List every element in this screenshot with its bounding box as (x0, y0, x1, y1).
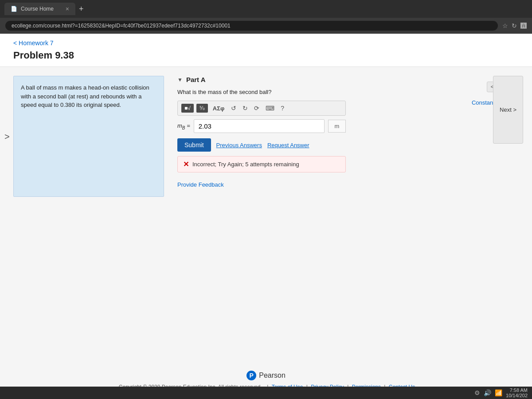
back-link[interactable]: Homework 7 (13, 39, 54, 47)
submit-row: Submit Previous Answers Request Answer (177, 138, 519, 152)
taskbar-network-icon[interactable]: 📶 (495, 389, 502, 396)
unit-label: m (328, 120, 346, 133)
reload-icon: ⟳ (254, 105, 259, 112)
error-icon: ✕ (183, 160, 189, 168)
pearson-p-icon: P (246, 371, 256, 380)
square-root-btn[interactable]: ■√ (181, 104, 194, 113)
taskbar-date-text: 10/14/202 (506, 393, 528, 398)
error-box: ✕ Incorrect; Try Again; 5 attempts remai… (177, 156, 346, 172)
address-bar-row: ecollege.com/course.html?=16258302&HepID… (0, 18, 532, 34)
top-nav: Homework 7 Problem 9.38 (0, 34, 532, 67)
part-header: ▼ Part A (177, 76, 519, 83)
answer-row: mB = m (177, 119, 346, 133)
taskbar-clock: 7:58 AM 10/14/202 (506, 387, 528, 398)
tab-favicon: 📄 (11, 6, 17, 12)
page-content: Homework 7 Problem 9.38 < 5 of > Constan… (0, 34, 532, 399)
help-btn[interactable]: ? (279, 104, 286, 113)
fraction-btn[interactable]: ⁵⁄₀ (196, 104, 208, 113)
math-toolbar: ■√ ⁵⁄₀ AΣφ ↺ ↻ ⟳ (177, 101, 346, 116)
next-btn[interactable]: Next > (493, 76, 523, 144)
tab-title: Course Home (21, 6, 54, 12)
feedback-link[interactable]: Provide Feedback (177, 181, 519, 188)
taskbar-volume-icon[interactable]: 🔊 (484, 389, 491, 396)
problem-title: Problem 9.38 (13, 50, 519, 61)
redo-btn[interactable]: ↻ (241, 104, 250, 113)
taskbar-time-text: 7:58 AM (506, 387, 528, 393)
browser-toolbar-icons: ☆ ↻ 🅰 (502, 22, 527, 29)
undo-icon: ↺ (231, 105, 236, 112)
part-toggle-icon[interactable]: ▼ (177, 77, 183, 83)
keyboard-btn[interactable]: ⌨ (264, 104, 276, 113)
keyboard-icon: ⌨ (266, 105, 274, 112)
left-nav-arrow[interactable]: > (4, 131, 10, 141)
taskbar: ⚙ 🔊 📶 7:58 AM 10/14/202 (0, 387, 532, 399)
reload-btn[interactable]: ⟳ (252, 104, 261, 113)
taskbar-system-icon: ⚙ (474, 389, 480, 396)
extension-icon[interactable]: 🅰 (520, 22, 527, 29)
part-a-section: ▼ Part A What is the mass of the second … (177, 76, 519, 188)
tab-close-btn[interactable]: × (66, 5, 69, 12)
new-tab-btn[interactable]: + (79, 4, 84, 14)
help-icon: ? (281, 105, 284, 112)
problem-description-text: A ball of mass m makes a head-on elastic… (21, 84, 149, 108)
fraction-icon: ⁵⁄₀ (200, 105, 205, 111)
square-root-icon: ■√ (184, 105, 191, 111)
address-url: ecollege.com/course.html?=16258302&HepID… (12, 23, 231, 29)
symbol-btn[interactable]: AΣφ (211, 104, 227, 113)
browser-tab[interactable]: 📄 Course Home × (4, 3, 75, 15)
parts-area: ▼ Part A What is the mass of the second … (177, 76, 519, 197)
request-answer-link[interactable]: Request Answer (267, 142, 309, 149)
address-bar[interactable]: ecollege.com/course.html?=16258302&HepID… (5, 21, 498, 31)
pearson-logo: P Pearson (9, 371, 523, 380)
answer-label: mB = (177, 122, 190, 130)
main-layout: > A ball of mass m makes a head-on elast… (0, 67, 532, 206)
pearson-name: Pearson (259, 372, 286, 379)
symbol-text: AΣφ (213, 105, 225, 112)
part-question: What is the mass of the second ball? (177, 89, 519, 95)
bookmark-icon[interactable]: ☆ (502, 22, 508, 29)
previous-answers-link[interactable]: Previous Answers (216, 142, 262, 149)
problem-description: A ball of mass m makes a head-on elastic… (13, 76, 164, 197)
answer-input[interactable] (194, 119, 325, 133)
undo-btn[interactable]: ↺ (229, 104, 238, 113)
browser-chrome: 📄 Course Home × + (0, 0, 532, 18)
refresh-icon[interactable]: ↻ (512, 22, 517, 29)
error-text: Incorrect; Try Again; 5 attempts remaini… (192, 161, 299, 168)
submit-btn[interactable]: Submit (177, 138, 211, 152)
part-label: Part A (186, 76, 206, 83)
redo-icon: ↻ (243, 105, 248, 112)
